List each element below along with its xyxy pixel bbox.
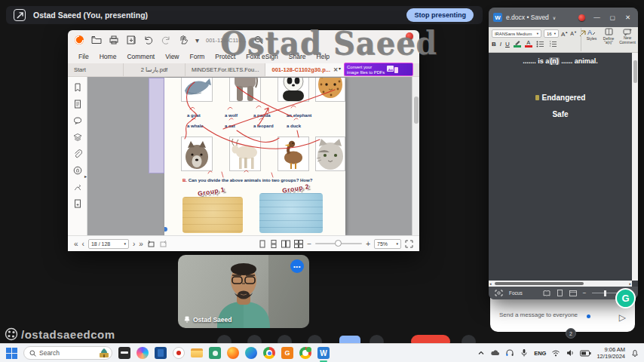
shrink-font-button[interactable]: A▼ (570, 30, 577, 36)
layers-panel-icon[interactable] (73, 133, 82, 142)
signature-panel-icon[interactable] (73, 166, 82, 175)
app-chrome[interactable] (263, 347, 275, 359)
close-button[interactable]: ✕ (622, 14, 633, 21)
web-layout-icon[interactable] (569, 290, 577, 296)
menu-file[interactable]: File (74, 53, 94, 60)
undo-icon[interactable] (143, 35, 154, 45)
menu-home[interactable]: Home (95, 53, 121, 60)
stamp-panel-icon[interactable] (73, 183, 82, 192)
new-comment-button[interactable]: New Comment (618, 28, 636, 51)
underline-button[interactable]: U (505, 41, 510, 48)
font-color-button[interactable]: A (525, 40, 532, 48)
grammarly-badge[interactable]: G (615, 288, 636, 308)
title-caret-icon[interactable]: ∨ (553, 15, 556, 20)
annotation-marker-dot-2[interactable] (578, 14, 585, 21)
word-zoom-knob[interactable] (604, 290, 606, 296)
font-name-select[interactable]: IRANSans Medium ▾ (492, 29, 541, 38)
rotate-right-icon[interactable] (159, 240, 167, 248)
hscroll-left-icon[interactable]: ◂ (489, 281, 492, 286)
menu-view[interactable]: View (161, 53, 183, 60)
language-indicator[interactable]: ENG (534, 350, 546, 357)
ad-caret-icon[interactable]: ▾ (339, 66, 341, 71)
pdf-vertical-scrollbar[interactable] (412, 77, 419, 235)
app-orange-g[interactable]: G (281, 347, 293, 359)
read-mode-icon[interactable] (543, 290, 550, 296)
battery-icon[interactable] (580, 350, 591, 357)
tab-start[interactable]: Start (68, 63, 124, 76)
minimize-button[interactable]: — (590, 14, 603, 21)
word-vertical-scrollbar[interactable] (632, 53, 638, 281)
app-chrome-beta[interactable] (299, 347, 311, 359)
notification-bell-icon[interactable] (630, 348, 639, 357)
open-folder-icon[interactable] (91, 35, 102, 45)
start-button[interactable] (6, 348, 17, 359)
word-hscroll-thumb[interactable] (495, 282, 584, 286)
redo-icon[interactable] (161, 35, 171, 45)
prev-page-button[interactable]: ‹ (82, 240, 84, 248)
wifi-icon[interactable] (551, 348, 560, 357)
focus-icon[interactable] (495, 290, 503, 296)
rotate-left-icon[interactable] (147, 240, 155, 248)
italic-button[interactable]: I (500, 41, 501, 48)
video-options-button[interactable]: ••• (290, 259, 304, 273)
continuous-view-icon[interactable] (270, 240, 278, 248)
styles-button[interactable]: A Styles (584, 28, 599, 51)
doc-panel-icon[interactable] (73, 199, 82, 208)
word-document[interactable]: ....... is a(n) ...... animal. Endangere… (489, 53, 632, 281)
tab-close-icon[interactable]: ✕ (333, 66, 338, 73)
menu-form[interactable]: Form (186, 53, 210, 60)
self-video-tile[interactable]: Ostad Saeed ••• (178, 255, 309, 328)
tray-expand-icon[interactable] (477, 348, 486, 357)
zoom-slider[interactable] (315, 243, 362, 244)
zoom-percent-box[interactable]: 75% ▾ (374, 239, 401, 249)
stop-presenting-button[interactable]: Stop presenting (406, 8, 474, 22)
pdf-scrollbar-thumb[interactable] (414, 97, 419, 124)
send-message-icon[interactable]: ▷ (619, 312, 626, 323)
focus-label[interactable]: Focus (509, 290, 523, 296)
file-explorer[interactable] (191, 347, 203, 359)
tab-doc2[interactable]: 2 پارسا.pdf (124, 63, 186, 76)
facing-view-icon[interactable] (281, 240, 290, 248)
app-blue-tool[interactable] (155, 347, 167, 359)
numbering-button[interactable] (549, 41, 558, 48)
mic-icon[interactable] (520, 348, 529, 357)
headset-icon[interactable] (505, 348, 514, 357)
tab-mindset[interactable]: MINDSET.For.IELTS.Fou... (186, 63, 265, 76)
page-number-box[interactable]: 18 / 128 ▾ (88, 239, 129, 249)
facing-continuous-view-icon[interactable] (294, 240, 303, 248)
toolbar-caret-icon[interactable]: ▾ (195, 36, 199, 44)
menu-comment[interactable]: Comment (122, 53, 159, 60)
panel-expand-icon[interactable]: ▸ (84, 173, 87, 179)
print-layout-icon[interactable] (557, 290, 563, 296)
status-zoom-out[interactable]: − (583, 290, 587, 296)
word-vscroll-thumb[interactable] (633, 60, 637, 83)
next-page-button[interactable]: › (133, 240, 135, 248)
word-doc-title[interactable]: e.docx • Saved (506, 14, 549, 21)
zoom-in-button[interactable]: + (366, 240, 370, 248)
define-button[interactable]: Define "a(n)" (601, 28, 616, 51)
bookmarks-panel-icon[interactable] (73, 83, 82, 92)
font-size-select[interactable]: 16 ▾ (544, 29, 559, 38)
first-page-button[interactable]: « (74, 240, 78, 248)
app-notebook[interactable] (118, 347, 130, 359)
highlight-button[interactable] (514, 40, 521, 48)
search-highlight-image[interactable] (99, 348, 109, 358)
taskbar-clock[interactable]: 9:06 AM 12/19/2024 (596, 346, 625, 360)
fullscreen-icon[interactable] (405, 240, 413, 248)
convert-to-pdf-ad[interactable]: Convert your image files to PDFs (344, 63, 413, 76)
bullets-button[interactable] (536, 41, 545, 48)
volume-icon[interactable] (566, 348, 575, 357)
maximize-button[interactable]: ▢ (607, 14, 618, 21)
comments-panel-icon[interactable] (73, 116, 82, 125)
last-page-button[interactable]: » (139, 240, 143, 248)
app-copilot[interactable] (136, 347, 149, 359)
app-word[interactable]: W (317, 347, 330, 359)
app-edge[interactable] (245, 347, 257, 359)
zoom-slider-knob[interactable] (335, 240, 342, 247)
app-firefox[interactable] (227, 347, 239, 359)
app-recorder[interactable] (173, 347, 185, 359)
word-horizontal-scrollbar[interactable]: ◂ ▸ (489, 281, 632, 287)
bold-button[interactable]: B (492, 41, 496, 48)
chat-input[interactable]: Send a message to everyone (499, 311, 578, 318)
zoom-out-button[interactable]: − (307, 240, 311, 248)
